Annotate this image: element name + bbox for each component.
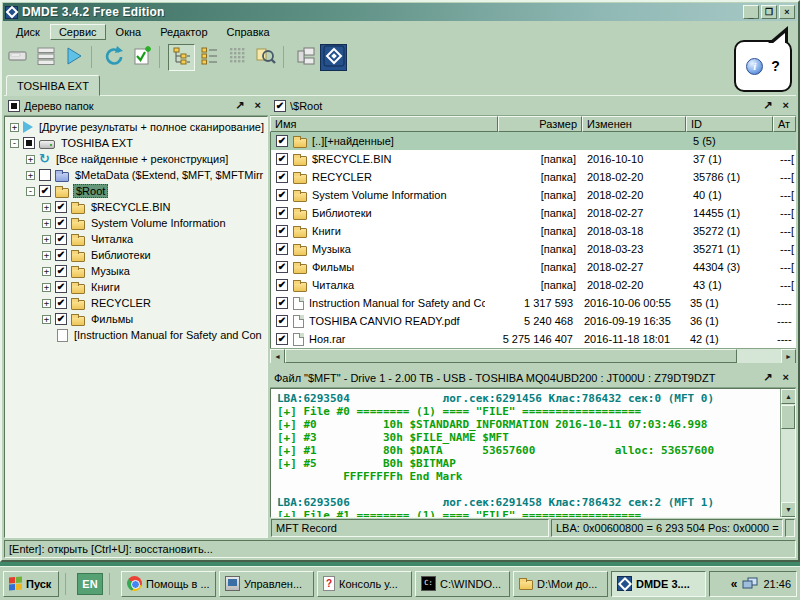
menu-справка[interactable]: Справка (218, 24, 279, 40)
search-button[interactable] (252, 44, 279, 71)
file-panel-close-icon[interactable]: × (780, 100, 792, 111)
language-indicator[interactable]: EN (77, 573, 103, 595)
file-row-checkbox[interactable] (276, 135, 288, 147)
file-row-checkbox[interactable] (276, 279, 288, 291)
expand-icon[interactable]: + (42, 219, 51, 228)
expand-icon[interactable]: + (42, 251, 51, 260)
expand-icon[interactable]: + (42, 283, 51, 292)
collapse-icon[interactable]: - (10, 139, 19, 148)
tree-item-checkbox[interactable] (55, 297, 67, 309)
scroll-right-icon[interactable]: ► (781, 349, 796, 364)
tree-item-библиотеки[interactable]: +Библиотеки (5, 247, 267, 263)
apply-tasks-button[interactable] (128, 44, 155, 71)
file-row-книги[interactable]: Книги[папка]2018-03-1835272 (1)---[ (271, 222, 796, 240)
menu-диск[interactable]: Диск (7, 24, 49, 40)
minimize-button[interactable]: _ (743, 5, 759, 19)
tree-item-фильмы[interactable]: +Фильмы (5, 311, 267, 327)
taskbar-консоль-у[interactable]: ?Консоль у... (317, 571, 412, 597)
start-button[interactable]: Пуск (3, 571, 59, 597)
menu-окна[interactable]: Окна (107, 24, 151, 40)
hscroll-thumb[interactable] (285, 349, 737, 363)
file-panel-maximize-icon[interactable]: ↗ (760, 100, 775, 111)
tree-panel-maximize-icon[interactable]: ↗ (232, 100, 247, 111)
tree-item-checkbox[interactable] (23, 137, 35, 149)
tree-item-книги[interactable]: +Книги (5, 279, 267, 295)
tree-item-checkbox[interactable] (55, 281, 67, 293)
scroll-down-icon[interactable]: ▼ (781, 502, 796, 517)
menu-сервис[interactable]: Сервис (50, 24, 106, 40)
tree-item-checkbox[interactable] (55, 249, 67, 261)
tree-panel-checkbox[interactable] (8, 100, 20, 112)
column-ат[interactable]: Ат (773, 116, 796, 132)
expand-icon[interactable]: + (42, 315, 51, 324)
tree-item-checkbox[interactable] (55, 265, 67, 277)
tree-item-читалка[interactable]: +Читалка (5, 231, 267, 247)
tree-item-checkbox[interactable] (55, 233, 67, 245)
dmde-logo-button[interactable] (320, 44, 347, 71)
file-row-toshiba-canvio-ready-pdf[interactable]: TOSHIBA CANVIO READY.pdf5 240 4682016-09… (271, 312, 796, 330)
hex-vscrollbar[interactable]: ▲ ▼ (780, 389, 795, 517)
tree-item-root[interactable]: -$Root (5, 183, 267, 199)
expand-icon[interactable]: + (42, 299, 51, 308)
restore-button[interactable]: ❐ (761, 5, 777, 19)
tree-item-recycle-bin[interactable]: +$RECYCLE.BIN (5, 199, 267, 215)
taskbar-c-windo[interactable]: C:C:\WINDO... (415, 571, 510, 597)
file-row-instruction-manual-for-safety-[interactable]: Instruction Manual for Safety and Co...1… (271, 294, 796, 312)
tree-item-checkbox[interactable] (39, 185, 51, 197)
column-размер[interactable]: Размер (498, 116, 582, 132)
collapse-icon[interactable]: - (26, 187, 35, 196)
expand-icon[interactable]: + (26, 171, 35, 180)
sector-grid-button[interactable] (224, 44, 251, 71)
column-имя[interactable]: Имя (270, 116, 498, 132)
file-panel-checkbox[interactable] (274, 100, 286, 112)
taskbar-dmde-3[interactable]: DMDE 3.... (611, 571, 706, 597)
file-row-recycle-bin[interactable]: $RECYCLE.BIN[папка]2016-10-1037 (1)---[ (271, 150, 796, 168)
file-row-system-volume-information[interactable]: System Volume Information[папка]2018-02-… (271, 186, 796, 204)
taskbar-помощь-в[interactable]: Помощь в ... (121, 571, 216, 597)
file-row-читалка[interactable]: Читалка[папка]2018-02-2043 (1)---[ (271, 276, 796, 294)
mft-record-view[interactable]: LBA:6293504 лог.сек:6291456 Клас:786432 … (270, 388, 796, 518)
taskbar-управлен[interactable]: Управлен... (219, 571, 314, 597)
file-row-checkbox[interactable] (276, 153, 288, 165)
file-row-библиотеки[interactable]: Библиотеки[папка]2018-02-2714455 (1)---[ (271, 204, 796, 222)
folder-tree-button[interactable] (168, 44, 195, 71)
tree-panel-close-icon[interactable]: × (252, 100, 264, 111)
expand-icon[interactable]: + (42, 203, 51, 212)
vscroll-thumb[interactable] (781, 405, 795, 429)
file-row-найденные[interactable]: [..][+найденные]5 (5) (271, 132, 796, 150)
file-row-музыка[interactable]: Музыка[папка]2018-03-2335271 (1)---[ (271, 240, 796, 258)
file-row-checkbox[interactable] (276, 243, 288, 255)
file-row-checkbox[interactable] (276, 261, 288, 273)
expand-icon[interactable]: + (42, 267, 51, 276)
expand-icon[interactable]: + (26, 155, 35, 164)
taskbar-d-мои-до[interactable]: D:\Мои до... (513, 571, 608, 597)
tree-item-checkbox[interactable] (39, 169, 51, 181)
disk-button[interactable] (4, 44, 31, 71)
file-row-checkbox[interactable] (276, 225, 288, 237)
column-изменен[interactable]: Изменен (582, 116, 686, 132)
expand-icon[interactable]: + (42, 235, 51, 244)
window-panels-button[interactable] (292, 44, 319, 71)
menu-редактор[interactable]: Редактор (151, 24, 216, 40)
network-icon[interactable] (742, 577, 758, 590)
file-row-checkbox[interactable] (276, 333, 288, 345)
partitions-button[interactable] (32, 44, 59, 71)
open-volume-button[interactable] (60, 44, 87, 71)
tree-item-system-volume-information[interactable]: +System Volume Information (5, 215, 267, 231)
tree-item-checkbox[interactable] (55, 201, 67, 213)
scroll-up-icon[interactable]: ▲ (781, 389, 796, 404)
file-row-checkbox[interactable] (276, 297, 288, 309)
tree-item-toshiba-ext[interactable]: -TOSHIBA EXT (5, 135, 267, 151)
tree-item-checkbox[interactable] (55, 217, 67, 229)
file-row-фильмы[interactable]: Фильмы[папка]2018-02-2744304 (3)---[ (271, 258, 796, 276)
tree-item-instruction-manual-for-safety-[interactable]: [Instruction Manual for Safety and Con (5, 327, 267, 343)
file-row-checkbox[interactable] (276, 207, 288, 219)
file-row-recycler[interactable]: RECYCLER[папка]2018-02-2035786 (1)---[ (271, 168, 796, 186)
hex-panel-maximize-icon[interactable]: ↗ (760, 372, 775, 383)
tab-toshiba-ext[interactable]: TOSHIBA EXT (6, 75, 100, 96)
file-row-checkbox[interactable] (276, 171, 288, 183)
close-button[interactable]: × (779, 5, 795, 19)
tree-item-музыка[interactable]: +Музыка (5, 263, 267, 279)
tray-expand-icon[interactable]: « (731, 577, 738, 591)
file-row-ноя-rar[interactable]: Ноя.rar5 275 146 4072016-11-18 18:0142 (… (271, 330, 796, 348)
